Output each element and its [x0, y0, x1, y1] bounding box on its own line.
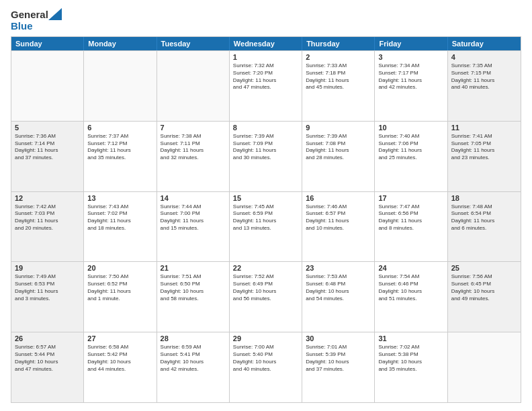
- day-number: 27: [87, 334, 152, 342]
- calendar-cell: 3Sunrise: 7:34 AM Sunset: 7:17 PM Daylig…: [375, 51, 447, 121]
- day-number: 29: [233, 334, 298, 342]
- calendar-cell: 30Sunrise: 7:01 AM Sunset: 5:39 PM Dayli…: [302, 332, 375, 402]
- calendar-header: SundayMondayTuesdayWednesdayThursdayFrid…: [11, 37, 521, 50]
- day-number: 12: [15, 194, 80, 202]
- calendar-cell: 4Sunrise: 7:35 AM Sunset: 7:15 PM Daylig…: [448, 51, 521, 121]
- calendar-cell: 9Sunrise: 7:39 AM Sunset: 7:08 PM Daylig…: [302, 122, 375, 191]
- cell-info: Sunrise: 7:37 AM Sunset: 7:12 PM Dayligh…: [87, 133, 152, 162]
- calendar-cell: [11, 51, 84, 121]
- calendar-row-2: 5Sunrise: 7:36 AM Sunset: 7:14 PM Daylig…: [11, 121, 521, 191]
- day-number: 1: [233, 53, 298, 61]
- day-number: 4: [451, 53, 517, 61]
- header: General Blue: [11, 8, 521, 32]
- cell-info: Sunrise: 7:48 AM Sunset: 6:54 PM Dayligh…: [451, 203, 517, 232]
- header-day-wednesday: Wednesday: [230, 37, 302, 50]
- day-number: 26: [15, 334, 80, 342]
- calendar-cell: 16Sunrise: 7:46 AM Sunset: 6:57 PM Dayli…: [302, 192, 375, 262]
- cell-info: Sunrise: 7:56 AM Sunset: 6:45 PM Dayligh…: [451, 273, 517, 302]
- calendar-cell: 18Sunrise: 7:48 AM Sunset: 6:54 PM Dayli…: [448, 192, 521, 262]
- calendar-cell: 28Sunrise: 6:59 AM Sunset: 5:41 PM Dayli…: [157, 332, 230, 402]
- logo-general-text: General: [11, 9, 48, 20]
- day-number: 19: [15, 264, 80, 272]
- calendar-cell: 27Sunrise: 6:58 AM Sunset: 5:42 PM Dayli…: [84, 332, 157, 402]
- calendar-row-3: 12Sunrise: 7:42 AM Sunset: 7:03 PM Dayli…: [11, 191, 521, 262]
- calendar-cell: 29Sunrise: 7:00 AM Sunset: 5:40 PM Dayli…: [230, 332, 302, 402]
- calendar-cell: 22Sunrise: 7:52 AM Sunset: 6:49 PM Dayli…: [230, 262, 302, 332]
- day-number: 9: [306, 124, 371, 132]
- calendar-cell: 13Sunrise: 7:43 AM Sunset: 7:02 PM Dayli…: [84, 192, 157, 262]
- day-number: 10: [378, 124, 443, 132]
- cell-info: Sunrise: 7:49 AM Sunset: 6:53 PM Dayligh…: [15, 273, 80, 302]
- day-number: 18: [451, 194, 517, 202]
- day-number: 22: [233, 264, 298, 272]
- cell-info: Sunrise: 7:41 AM Sunset: 7:05 PM Dayligh…: [451, 133, 517, 162]
- day-number: 23: [306, 264, 371, 272]
- cell-info: Sunrise: 7:43 AM Sunset: 7:02 PM Dayligh…: [87, 203, 152, 232]
- day-number: 11: [451, 124, 517, 132]
- day-number: 6: [87, 124, 152, 132]
- day-number: 21: [161, 264, 226, 272]
- calendar-row-1: 1Sunrise: 7:32 AM Sunset: 7:20 PM Daylig…: [11, 50, 521, 121]
- header-day-sunday: Sunday: [11, 37, 84, 50]
- calendar-cell: 25Sunrise: 7:56 AM Sunset: 6:45 PM Dayli…: [448, 262, 521, 332]
- cell-info: Sunrise: 7:46 AM Sunset: 6:57 PM Dayligh…: [306, 203, 371, 232]
- calendar-cell: [84, 51, 157, 121]
- calendar-cell: 5Sunrise: 7:36 AM Sunset: 7:14 PM Daylig…: [11, 122, 84, 191]
- day-number: 3: [378, 53, 443, 61]
- cell-info: Sunrise: 7:40 AM Sunset: 7:06 PM Dayligh…: [378, 133, 443, 162]
- cell-info: Sunrise: 7:47 AM Sunset: 6:56 PM Dayligh…: [378, 203, 443, 232]
- calendar-cell: 2Sunrise: 7:33 AM Sunset: 7:18 PM Daylig…: [302, 51, 375, 121]
- cell-info: Sunrise: 7:54 AM Sunset: 6:46 PM Dayligh…: [378, 273, 443, 302]
- calendar-cell: 11Sunrise: 7:41 AM Sunset: 7:05 PM Dayli…: [448, 122, 521, 191]
- cell-info: Sunrise: 7:42 AM Sunset: 7:03 PM Dayligh…: [15, 203, 80, 232]
- logo-icon: [48, 8, 62, 20]
- header-day-monday: Monday: [84, 37, 157, 50]
- page: General Blue SundayMondayTuesdayWednesda…: [0, 0, 532, 411]
- day-number: 20: [87, 264, 152, 272]
- cell-info: Sunrise: 7:35 AM Sunset: 7:15 PM Dayligh…: [451, 62, 517, 91]
- calendar: SundayMondayTuesdayWednesdayThursdayFrid…: [11, 36, 521, 403]
- header-day-friday: Friday: [375, 37, 447, 50]
- day-number: 31: [378, 334, 443, 342]
- day-number: 8: [233, 124, 298, 132]
- calendar-cell: [157, 51, 230, 121]
- day-number: 13: [87, 194, 152, 202]
- calendar-cell: 31Sunrise: 7:02 AM Sunset: 5:38 PM Dayli…: [375, 332, 447, 402]
- calendar-cell: 21Sunrise: 7:51 AM Sunset: 6:50 PM Dayli…: [157, 262, 230, 332]
- calendar-cell: 23Sunrise: 7:53 AM Sunset: 6:48 PM Dayli…: [302, 262, 375, 332]
- cell-info: Sunrise: 6:58 AM Sunset: 5:42 PM Dayligh…: [87, 344, 152, 373]
- cell-info: Sunrise: 7:36 AM Sunset: 7:14 PM Dayligh…: [15, 133, 80, 162]
- cell-info: Sunrise: 7:39 AM Sunset: 7:09 PM Dayligh…: [233, 133, 298, 162]
- cell-info: Sunrise: 7:52 AM Sunset: 6:49 PM Dayligh…: [233, 273, 298, 302]
- logo-blue-text: Blue: [11, 20, 33, 32]
- calendar-body: 1Sunrise: 7:32 AM Sunset: 7:20 PM Daylig…: [11, 50, 521, 402]
- calendar-cell: 19Sunrise: 7:49 AM Sunset: 6:53 PM Dayli…: [11, 262, 84, 332]
- cell-info: Sunrise: 7:53 AM Sunset: 6:48 PM Dayligh…: [306, 273, 371, 302]
- calendar-cell: 26Sunrise: 6:57 AM Sunset: 5:44 PM Dayli…: [11, 332, 84, 402]
- calendar-cell: 14Sunrise: 7:44 AM Sunset: 7:00 PM Dayli…: [157, 192, 230, 262]
- calendar-cell: 20Sunrise: 7:50 AM Sunset: 6:52 PM Dayli…: [84, 262, 157, 332]
- day-number: 5: [15, 124, 80, 132]
- cell-info: Sunrise: 7:39 AM Sunset: 7:08 PM Dayligh…: [306, 133, 371, 162]
- cell-info: Sunrise: 7:32 AM Sunset: 7:20 PM Dayligh…: [233, 62, 298, 91]
- calendar-cell: 10Sunrise: 7:40 AM Sunset: 7:06 PM Dayli…: [375, 122, 447, 191]
- calendar-cell: [448, 332, 521, 402]
- cell-info: Sunrise: 7:51 AM Sunset: 6:50 PM Dayligh…: [161, 273, 226, 302]
- calendar-cell: 1Sunrise: 7:32 AM Sunset: 7:20 PM Daylig…: [230, 51, 302, 121]
- logo: General Blue: [11, 8, 62, 32]
- header-day-tuesday: Tuesday: [157, 37, 230, 50]
- day-number: 16: [306, 194, 371, 202]
- day-number: 7: [161, 124, 226, 132]
- calendar-cell: 8Sunrise: 7:39 AM Sunset: 7:09 PM Daylig…: [230, 122, 302, 191]
- calendar-row-4: 19Sunrise: 7:49 AM Sunset: 6:53 PM Dayli…: [11, 261, 521, 332]
- cell-info: Sunrise: 7:50 AM Sunset: 6:52 PM Dayligh…: [87, 273, 152, 302]
- calendar-cell: 7Sunrise: 7:38 AM Sunset: 7:11 PM Daylig…: [157, 122, 230, 191]
- day-number: 14: [161, 194, 226, 202]
- day-number: 2: [306, 53, 371, 61]
- cell-info: Sunrise: 7:34 AM Sunset: 7:17 PM Dayligh…: [378, 62, 443, 91]
- day-number: 15: [233, 194, 298, 202]
- header-day-thursday: Thursday: [302, 37, 375, 50]
- day-number: 28: [161, 334, 226, 342]
- cell-info: Sunrise: 7:02 AM Sunset: 5:38 PM Dayligh…: [378, 344, 443, 373]
- cell-info: Sunrise: 7:01 AM Sunset: 5:39 PM Dayligh…: [306, 344, 371, 373]
